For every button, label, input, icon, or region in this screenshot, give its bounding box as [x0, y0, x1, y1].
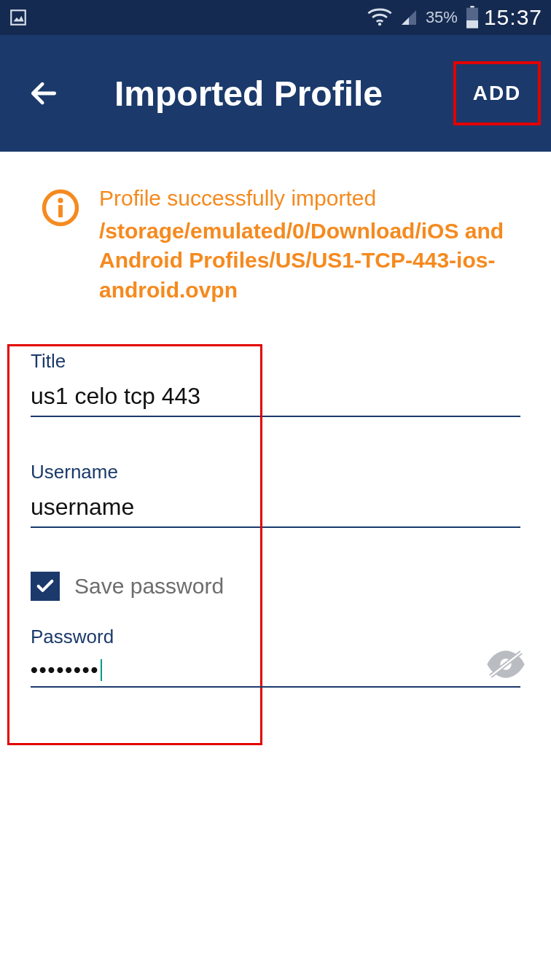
password-mask: •••••••• [31, 658, 99, 682]
title-field: Title [31, 350, 520, 417]
svg-marker-1 [14, 16, 24, 22]
visibility-toggle-icon[interactable] [485, 650, 526, 682]
battery-icon [465, 6, 480, 29]
cell-signal-icon [399, 9, 418, 26]
clock-text: 15:37 [484, 5, 542, 30]
text-cursor [101, 659, 102, 681]
username-label: Username [31, 461, 520, 483]
battery-percent-text: 35% [426, 8, 458, 27]
import-success-notice: Profile successfully imported /storage/e… [0, 152, 551, 305]
wifi-icon [367, 8, 392, 27]
svg-rect-5 [470, 6, 474, 8]
save-password-label: Save password [74, 574, 224, 599]
username-field: Username [31, 461, 520, 528]
status-bar: 35% 15:37 [0, 0, 551, 35]
username-input[interactable] [31, 494, 520, 525]
add-button[interactable]: ADD [453, 61, 541, 125]
notice-path: /storage/emulated/0/Download/iOS and And… [99, 217, 510, 306]
info-icon [41, 188, 80, 230]
password-label: Password [31, 626, 520, 648]
save-password-row: Save password [31, 572, 520, 601]
svg-rect-0 [11, 10, 26, 25]
page-title: Imported Profile [44, 74, 453, 114]
title-input[interactable] [31, 383, 520, 414]
svg-rect-10 [58, 205, 63, 217]
app-bar: Imported Profile ADD [0, 35, 551, 152]
title-label: Title [31, 350, 520, 373]
notice-heading: Profile successfully imported [99, 184, 510, 214]
password-field: Password •••••••• [31, 626, 520, 688]
svg-point-2 [378, 23, 381, 26]
save-password-checkbox[interactable] [31, 572, 60, 601]
svg-marker-4 [402, 18, 409, 25]
image-indicator-icon [9, 8, 28, 27]
svg-point-9 [58, 198, 63, 203]
password-input[interactable]: •••••••• [31, 658, 102, 685]
svg-rect-7 [466, 20, 478, 28]
